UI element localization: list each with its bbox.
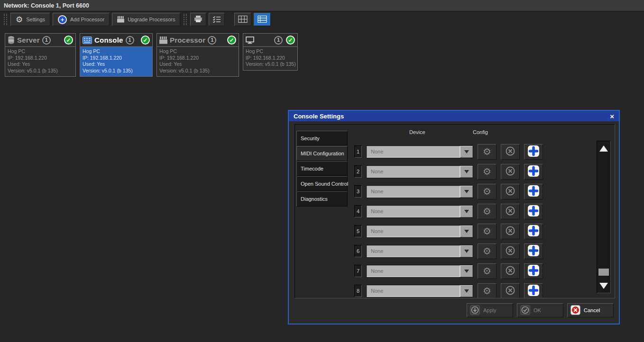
device-dropdown[interactable]: None xyxy=(366,265,473,278)
toolbar-grip[interactable] xyxy=(184,14,187,25)
gear-icon: ⚙ xyxy=(483,246,491,256)
settings-button[interactable]: ⚙ Settings xyxy=(10,13,50,26)
config-button[interactable]: ⚙ xyxy=(478,204,497,219)
add-processor-button[interactable]: + Add Processor xyxy=(53,13,110,26)
config-button[interactable]: ⚙ xyxy=(478,243,497,259)
gear-icon: ⚙ xyxy=(483,167,491,176)
console-settings-dialog: Console Settings × Security MIDI Configu… xyxy=(288,110,620,324)
checklist-icon xyxy=(212,16,221,24)
ok-button[interactable]: OK xyxy=(517,303,563,317)
x-circle-icon xyxy=(505,285,515,297)
config-button[interactable]: ⚙ xyxy=(478,283,497,298)
add-button[interactable] xyxy=(524,204,543,219)
dialog-titlebar[interactable]: Console Settings × xyxy=(289,111,619,121)
gear-icon: ⚙ xyxy=(16,16,23,24)
chevron-down-icon[interactable] xyxy=(460,186,473,198)
add-button[interactable] xyxy=(524,243,543,259)
device-dropdown-value: None xyxy=(367,245,460,257)
scrollbar[interactable] xyxy=(597,141,611,293)
cancel-button[interactable]: Cancel xyxy=(567,303,614,317)
row-number: 7 xyxy=(354,265,362,277)
chevron-down-icon[interactable] xyxy=(460,285,473,297)
node-count-badge: 1 xyxy=(208,36,216,45)
network-node-list: Server 1 ✓ Hog PCIP: 192.168.1.220Used: … xyxy=(5,33,298,77)
cancel-label: Cancel xyxy=(584,307,600,313)
upgrade-processors-button[interactable]: Upgrade Processors xyxy=(112,13,180,26)
chevron-down-icon[interactable] xyxy=(460,146,473,158)
add-button[interactable] xyxy=(524,164,543,180)
console-icon xyxy=(83,36,92,44)
chevron-down-icon[interactable] xyxy=(460,206,473,217)
add-button[interactable] xyxy=(524,224,543,239)
x-circle-icon xyxy=(505,146,515,158)
scrollbar-thumb[interactable] xyxy=(598,269,609,276)
chevron-down-icon[interactable] xyxy=(460,265,473,277)
device-dropdown[interactable]: None xyxy=(366,165,473,178)
chevron-down-icon[interactable] xyxy=(460,166,473,178)
card-info-line: Hog PC xyxy=(159,48,236,55)
ok-label: OK xyxy=(534,307,541,313)
device-dropdown[interactable]: None xyxy=(366,205,473,218)
add-processor-label: Add Processor xyxy=(70,17,104,22)
settings-tab[interactable]: Timecode xyxy=(296,161,348,176)
printer-icon xyxy=(194,15,202,24)
delete-button[interactable] xyxy=(501,243,520,259)
delete-button[interactable] xyxy=(501,224,520,239)
x-circle-icon xyxy=(505,206,515,217)
tab-label: Timecode xyxy=(301,166,323,171)
network-node-card[interactable]: Server 1 ✓ Hog PCIP: 192.168.1.220Used: … xyxy=(5,33,76,77)
delete-button[interactable] xyxy=(501,204,520,219)
print-button[interactable] xyxy=(190,13,206,26)
device-dropdown[interactable]: None xyxy=(366,185,473,198)
row-number: 4 xyxy=(354,205,362,217)
apply-button[interactable]: Apply xyxy=(467,303,513,317)
gear-icon: ⚙ xyxy=(483,226,491,236)
card-info-line: Hog PC xyxy=(83,48,150,55)
gear-icon: ⚙ xyxy=(483,207,491,216)
device-dropdown[interactable]: None xyxy=(366,145,473,158)
gear-icon: ⚙ xyxy=(483,187,491,196)
add-button[interactable] xyxy=(524,283,543,298)
delete-button[interactable] xyxy=(501,263,520,279)
config-button[interactable]: ⚙ xyxy=(478,144,497,160)
device-dropdown-value: None xyxy=(367,146,460,158)
scroll-down-icon[interactable] xyxy=(597,279,610,292)
detail-view-button[interactable] xyxy=(254,13,271,26)
add-button[interactable] xyxy=(524,144,543,160)
config-button[interactable]: ⚙ xyxy=(478,224,497,239)
midi-row: 3 None ⚙ xyxy=(348,181,594,201)
network-node-card[interactable]: Console 1 ✓ Hog PCIP: 192.168.1.220Used:… xyxy=(80,33,153,77)
device-dropdown[interactable]: None xyxy=(366,285,473,297)
plus-square-icon xyxy=(527,145,540,159)
network-node-card[interactable]: Processor 1 ✓ Hog PCIP: 192.168.1.220Use… xyxy=(156,33,239,77)
settings-tab[interactable]: Open Sound Control xyxy=(296,176,348,191)
chevron-down-icon[interactable] xyxy=(460,245,473,257)
monitor-icon xyxy=(246,36,254,44)
grid-view-button[interactable] xyxy=(234,13,251,26)
delete-button[interactable] xyxy=(501,283,520,298)
toolbar-grip[interactable] xyxy=(4,14,7,25)
apply-arrow-icon xyxy=(470,305,480,316)
scroll-up-icon[interactable] xyxy=(597,142,610,154)
close-icon[interactable]: × xyxy=(610,113,614,120)
device-dropdown[interactable]: None xyxy=(366,245,473,258)
device-dropdown[interactable]: None xyxy=(366,225,473,238)
cancel-x-icon xyxy=(570,305,580,316)
settings-tab[interactable]: Security xyxy=(296,131,348,146)
chevron-down-icon[interactable] xyxy=(460,225,473,237)
config-button[interactable]: ⚙ xyxy=(478,164,497,180)
delete-button[interactable] xyxy=(501,184,520,199)
checklist-button[interactable] xyxy=(209,13,225,26)
settings-tab[interactable]: MIDI Configuration xyxy=(296,146,348,161)
config-button[interactable]: ⚙ xyxy=(478,184,497,199)
midi-row: 5 None ⚙ xyxy=(348,221,594,241)
add-button[interactable] xyxy=(524,263,543,279)
config-button[interactable]: ⚙ xyxy=(478,263,497,279)
midi-row: 4 None ⚙ xyxy=(348,201,594,221)
add-button[interactable] xyxy=(524,184,543,199)
delete-button[interactable] xyxy=(501,144,520,160)
delete-button[interactable] xyxy=(501,164,520,180)
settings-tab[interactable]: Diagnostics xyxy=(296,191,348,207)
network-node-card[interactable]: 1 ✓ Hog PCIP: 192.168.1.220Version: v5.0… xyxy=(243,33,298,71)
card-header: Processor 1 ✓ xyxy=(157,34,239,46)
